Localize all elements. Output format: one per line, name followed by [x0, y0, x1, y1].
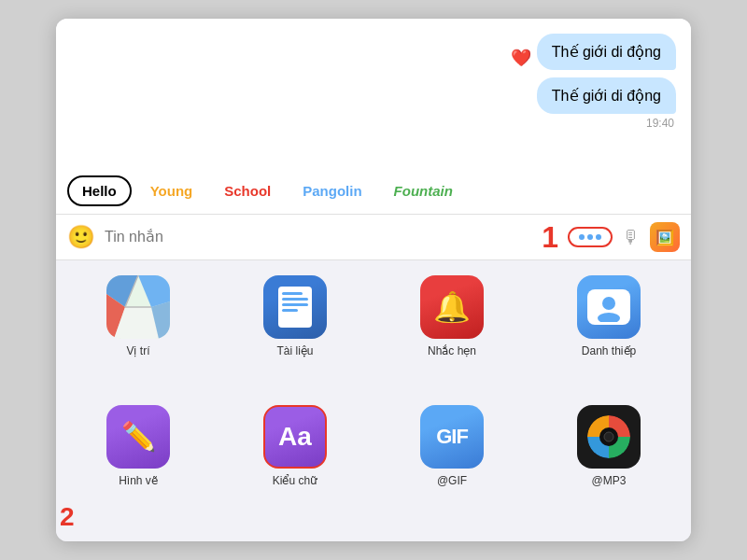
mic-button[interactable]: 🎙: [622, 227, 641, 248]
heart-icon: ❤️: [511, 48, 531, 68]
bubble-2: Thế giới di động: [537, 77, 676, 114]
bell-icon: 🔔: [433, 289, 471, 325]
app-contact[interactable]: Danh thiếp: [538, 275, 680, 398]
bubble-1: Thế giới di động: [537, 34, 676, 70]
app-location[interactable]: Vị trí: [67, 275, 209, 398]
contact-inner: [587, 289, 630, 325]
draw-label: Hình vẽ: [119, 474, 158, 487]
font-icon: Aa: [263, 405, 327, 469]
image-icon: 🖼️: [655, 229, 674, 246]
emoji-button[interactable]: 🙂: [67, 224, 95, 250]
bubble-row-1: ❤️ Thế giới di động: [511, 34, 676, 70]
app-font[interactable]: Aa Kiểu chữ: [224, 405, 366, 527]
message-input[interactable]: [105, 229, 532, 245]
font-label: Kiểu chữ: [273, 474, 317, 487]
aa-icon: Aa: [278, 422, 312, 452]
app-mp3[interactable]: @MP3: [538, 405, 680, 527]
app-draw[interactable]: 2 ✏️ Hình vẽ: [67, 405, 209, 527]
draw-icon: ✏️: [106, 405, 170, 469]
document-label: Tài liệu: [276, 344, 313, 357]
app-reminder[interactable]: 🔔 Nhắc hẹn: [381, 275, 523, 398]
chat-area: ❤️ Thế giới di động Thế giới di động 19:…: [56, 19, 691, 168]
dot-2: [587, 234, 593, 240]
tab-young[interactable]: Young: [137, 177, 206, 204]
document-icon: [263, 275, 327, 339]
app-document[interactable]: Tài liệu: [224, 275, 366, 398]
doc-shape: [278, 287, 312, 328]
doc-line: [282, 292, 303, 295]
svg-point-9: [598, 313, 620, 322]
step-2-label: 2: [60, 504, 75, 530]
bubble-row-2: Thế giới di động 19:40: [537, 77, 676, 130]
dot-3: [596, 234, 601, 240]
pencil-icon: ✏️: [121, 420, 156, 453]
gif-text: GIF: [436, 425, 468, 449]
gif-label: @GIF: [437, 474, 467, 487]
location-icon: [106, 275, 170, 339]
mp3-wheel: [587, 415, 630, 458]
mp3-icon: [577, 405, 641, 469]
contact-icon: [577, 275, 641, 339]
tab-school[interactable]: School: [211, 177, 284, 204]
dot-1: [579, 234, 585, 240]
tab-fountain[interactable]: Fountain: [381, 177, 466, 204]
font-tabs-row: Hello Young School Pangolin Fountain: [56, 168, 691, 215]
svg-point-8: [602, 297, 615, 310]
doc-line: [282, 303, 308, 306]
mp3-label: @MP3: [592, 474, 627, 487]
tab-pangolin[interactable]: Pangolin: [289, 177, 374, 204]
more-button[interactable]: [568, 227, 613, 247]
reminder-icon: 🔔: [420, 275, 484, 339]
step-1-label: 1: [542, 222, 558, 252]
svg-point-12: [604, 432, 613, 441]
contact-label: Danh thiếp: [582, 344, 636, 357]
apps-grid: Vị trí Tài liệu 🔔 Nhắc hẹn: [56, 260, 691, 541]
location-label: Vị trí: [126, 344, 149, 357]
doc-line: [282, 309, 298, 312]
reminder-label: Nhắc hẹn: [428, 344, 476, 357]
image-button[interactable]: 🖼️: [650, 222, 680, 252]
tab-hello[interactable]: Hello: [67, 175, 132, 206]
input-row: 🙂 1 🎙 🖼️: [56, 215, 691, 260]
message-time: 19:40: [646, 117, 676, 130]
doc-line: [282, 298, 308, 301]
phone-container: ❤️ Thế giới di động Thế giới di động 19:…: [56, 19, 691, 541]
app-gif[interactable]: GIF @GIF: [381, 405, 523, 527]
gif-icon: GIF: [420, 405, 484, 469]
